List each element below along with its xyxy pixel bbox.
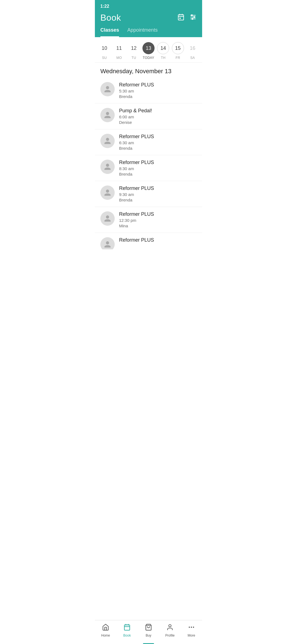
tab-classes[interactable]: Classes <box>100 27 119 37</box>
cal-day-label-12: Tu <box>131 56 136 60</box>
tab-bar: Classes Appointments <box>95 23 202 37</box>
cal-day-label-14: Th <box>161 56 166 60</box>
class-time: 12:30 pm <box>119 218 154 223</box>
class-instructor: Brenda <box>119 198 154 202</box>
class-name: Reformer PLUS <box>119 82 154 88</box>
class-info: Reformer PLUS <box>119 237 154 243</box>
class-instructor: Brenda <box>119 146 154 151</box>
class-time: 6:00 am <box>119 114 152 119</box>
cal-day-13[interactable]: 13 Today <box>142 42 155 60</box>
cal-day-label-13: Today <box>143 56 154 60</box>
cal-day-num-16: 16 <box>186 42 199 54</box>
cal-day-num-13: 13 <box>142 42 155 54</box>
cal-day-label-16: Sa <box>190 56 195 60</box>
list-item[interactable]: Reformer PLUS 9:30 am Brenda <box>95 181 202 207</box>
svg-point-8 <box>191 15 193 16</box>
list-item[interactable]: Reformer PLUS 12:30 pm Mina <box>95 207 202 233</box>
cal-day-16[interactable]: 16 Sa <box>186 42 199 60</box>
filter-icon[interactable] <box>189 13 197 22</box>
cal-day-label-15: Fr <box>176 56 180 60</box>
class-time: 6:30 am <box>119 140 154 145</box>
avatar <box>100 160 115 174</box>
cal-day-label-10: Su <box>102 56 107 60</box>
tab-appointments[interactable]: Appointments <box>127 27 158 37</box>
avatar <box>100 108 115 122</box>
cal-day-num-11: 11 <box>113 42 125 54</box>
cal-day-11[interactable]: 11 Mo <box>112 42 126 60</box>
class-info: Reformer PLUS 9:30 am Brenda <box>119 185 154 202</box>
cal-day-12[interactable]: 12 Tu <box>127 42 141 60</box>
svg-rect-0 <box>178 15 184 20</box>
svg-rect-4 <box>180 18 181 19</box>
avatar <box>100 134 115 148</box>
cal-day-15[interactable]: 15 Fr <box>171 42 185 60</box>
avatar <box>100 237 115 249</box>
cal-day-num-15: 15 <box>172 42 184 54</box>
cal-day-num-10: 10 <box>98 42 111 54</box>
class-info: Reformer PLUS 12:30 pm Mina <box>119 211 154 228</box>
app-header: Book <box>95 10 202 23</box>
cal-day-num-14: 14 <box>157 42 169 54</box>
list-item[interactable]: Pump & Pedal! 6:00 am Denise <box>95 103 202 129</box>
status-time: 1:22 <box>100 4 109 9</box>
avatar <box>100 185 115 200</box>
calendar-strip: 10 Su 11 Mo 12 Tu 13 Today 14 Th 15 Fr 1… <box>95 37 202 63</box>
class-name: Reformer PLUS <box>119 160 154 165</box>
class-name: Reformer PLUS <box>119 211 154 217</box>
list-item[interactable]: Reformer PLUS 5:30 am Brenda <box>95 78 202 103</box>
class-name: Pump & Pedal! <box>119 108 152 114</box>
cal-day-14[interactable]: 14 Th <box>156 42 170 60</box>
cal-day-label-11: Mo <box>116 56 122 60</box>
list-item[interactable]: Reformer PLUS <box>95 233 202 249</box>
status-bar: 1:22 <box>95 0 202 10</box>
class-info: Reformer PLUS 5:30 am Brenda <box>119 82 154 99</box>
class-instructor: Brenda <box>119 94 154 99</box>
class-info: Pump & Pedal! 6:00 am Denise <box>119 108 152 125</box>
cal-day-10[interactable]: 10 Su <box>98 42 111 60</box>
class-name: Reformer PLUS <box>119 134 154 140</box>
list-item[interactable]: Reformer PLUS 8:30 am Brenda <box>95 155 202 181</box>
class-list: Reformer PLUS 5:30 am Brenda Pump & Peda… <box>95 78 202 249</box>
class-instructor: Brenda <box>119 172 154 176</box>
page-title: Book <box>100 13 121 23</box>
avatar <box>100 82 115 96</box>
class-time: 5:30 am <box>119 89 154 93</box>
class-info: Reformer PLUS 8:30 am Brenda <box>119 160 154 176</box>
class-instructor: Mina <box>119 223 154 228</box>
list-item[interactable]: Reformer PLUS 6:30 am Brenda <box>95 129 202 155</box>
date-heading: Wednesday, November 13 <box>95 63 202 78</box>
calendar-icon[interactable] <box>177 13 185 22</box>
class-instructor: Denise <box>119 120 152 125</box>
class-time: 8:30 am <box>119 166 154 171</box>
avatar <box>100 211 115 226</box>
class-name: Reformer PLUS <box>119 237 154 243</box>
cal-day-num-12: 12 <box>128 42 140 54</box>
header-actions <box>177 13 197 22</box>
class-name: Reformer PLUS <box>119 185 154 191</box>
class-info: Reformer PLUS 6:30 am Brenda <box>119 134 154 151</box>
class-time: 9:30 am <box>119 192 154 197</box>
